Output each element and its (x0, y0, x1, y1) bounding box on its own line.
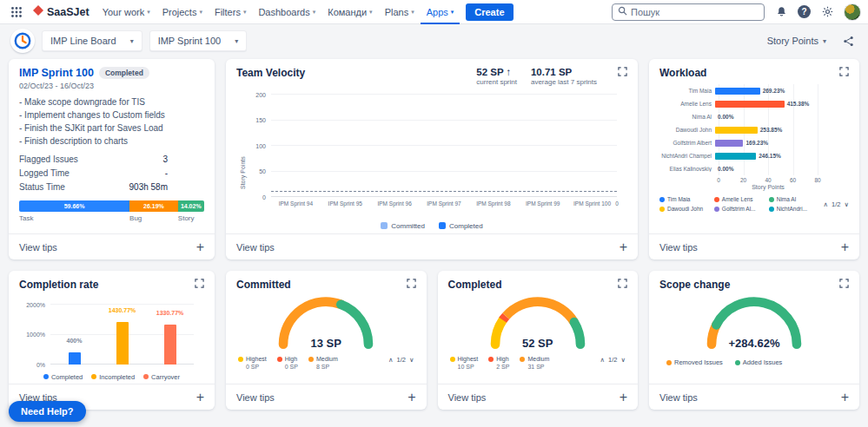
expand-icon[interactable] (618, 67, 627, 78)
add-icon[interactable]: + (841, 240, 849, 254)
pager-up-icon[interactable]: ∧ (600, 356, 606, 364)
view-tips-link[interactable]: View tips (448, 392, 487, 403)
workload-bar[interactable] (715, 140, 743, 147)
pager-up-icon[interactable]: ∧ (824, 200, 829, 208)
distribution-label: Task (19, 214, 33, 222)
pager-up-icon[interactable]: ∧ (388, 356, 394, 364)
help-icon[interactable]: ? (798, 5, 811, 18)
legend-name: Medium (316, 356, 338, 362)
chart-legend: CompletedIncompletedCarryover (19, 370, 204, 384)
nav-item-[interactable]: Команди▾ (321, 0, 378, 24)
distribution-segment-bug[interactable]: 26.19% (129, 200, 178, 212)
distribution-segment-task[interactable]: 59.66% (19, 200, 129, 212)
legend-dot (659, 197, 665, 202)
nav-item-dashboards[interactable]: Dashboards▾ (252, 0, 321, 24)
view-tips-link[interactable]: View tips (236, 392, 275, 403)
expand-icon[interactable] (618, 279, 627, 290)
chevron-down-icon: ▾ (235, 37, 238, 45)
carryover-bar[interactable] (164, 325, 176, 365)
add-icon[interactable]: + (196, 391, 204, 404)
legend-dot (143, 374, 149, 379)
gridline: 200 (271, 94, 617, 95)
sprint-dates: 02/Oct/23 - 16/Oct/23 (19, 82, 204, 90)
stat-label: Logged Time (19, 167, 70, 181)
add-icon[interactable]: + (841, 391, 849, 404)
search-box[interactable] (612, 3, 765, 21)
view-tips-link[interactable]: View tips (19, 242, 57, 253)
chevron-down-icon: ▾ (369, 9, 373, 16)
share-icon[interactable] (838, 31, 858, 50)
pager-down-icon[interactable]: ∨ (621, 356, 626, 364)
add-icon[interactable]: + (620, 240, 627, 254)
need-help-button[interactable]: Need Help? (9, 401, 86, 422)
legend-name: Highest (246, 356, 267, 362)
legend-swatch (381, 222, 388, 229)
x-tick-label: IPM Sprint 96 (377, 200, 411, 207)
chevron-down-icon: ▾ (243, 9, 247, 16)
workload-bar[interactable] (715, 127, 758, 134)
legend-item: Amelie Lens (714, 196, 764, 202)
board-select[interactable]: IMP Line Board▾ (42, 30, 142, 51)
nav-item-label: Projects (162, 7, 197, 17)
user-avatar[interactable] (844, 3, 861, 21)
search-input[interactable] (631, 7, 759, 17)
app-logo[interactable]: SaaSJet (28, 5, 95, 18)
stat-label: Status Time (19, 181, 65, 194)
add-icon[interactable]: + (407, 391, 415, 404)
create-button[interactable]: Create (466, 3, 513, 21)
legend-pager: ∧1/2∨ (824, 200, 849, 208)
assignee-name: Elias Kalinovskiy (659, 166, 715, 172)
nav-item-label: Apps (427, 7, 448, 17)
pager-down-icon[interactable]: ∨ (845, 200, 850, 208)
expand-icon[interactable] (839, 67, 849, 78)
settings-gear-icon[interactable] (818, 3, 837, 22)
view-tips-link[interactable]: View tips (659, 392, 698, 403)
issue-distribution-bar: 59.66%26.19%14.02% (19, 200, 204, 212)
sprint-select[interactable]: IMP Sprint 100▾ (149, 30, 248, 51)
bar-track: 0.00% (715, 166, 818, 173)
legend-pager: ∧1/2∨ (600, 356, 626, 364)
app-switcher-icon[interactable] (7, 3, 26, 22)
view-tips-link[interactable]: View tips (236, 242, 275, 253)
notifications-bell-icon[interactable] (772, 3, 791, 22)
nav-item-filters[interactable]: Filters▾ (209, 0, 252, 24)
workload-bar[interactable] (715, 101, 785, 108)
legend-completed: Completed (439, 222, 483, 230)
distribution-segment-story[interactable]: 14.02% (178, 200, 204, 212)
x-tick-label: IPM Sprint 97 (427, 200, 461, 207)
metric-select[interactable]: Story Points▾ (767, 36, 826, 46)
nav-item-label: Dashboards (258, 7, 309, 17)
assignee-name: Tim Maia (659, 88, 715, 94)
legend-item: Highest10 SP (450, 356, 479, 370)
nav-item-label: Команди (328, 7, 367, 17)
legend-value: 10 SP (450, 364, 479, 370)
completed-bar[interactable] (69, 352, 81, 365)
legend-dot (488, 357, 494, 362)
view-tips-link[interactable]: View tips (659, 242, 698, 253)
expand-icon[interactable] (407, 279, 416, 290)
scope-change-gauge: +284.62% (659, 292, 849, 351)
add-icon[interactable]: + (196, 240, 204, 254)
nav-item-your-work[interactable]: Your work▾ (96, 0, 156, 24)
chart-legend: CommittedCompleted (236, 218, 627, 233)
legend-item: Medium8 SP (308, 356, 338, 370)
workload-value: 169.23% (745, 140, 768, 147)
nav-item-plans[interactable]: Plans▾ (379, 0, 421, 24)
committed-card: Committed 13 SP Highest0 SPHigh0 SPMediu… (226, 271, 427, 410)
add-icon[interactable]: + (620, 391, 627, 404)
workload-bar[interactable] (715, 88, 760, 95)
nav-item-label: Plans (385, 7, 409, 17)
y-axis-label: Story Points (240, 156, 246, 189)
nav-item-projects[interactable]: Projects▾ (156, 0, 209, 24)
legend-item: Medium31 SP (520, 356, 549, 370)
y-tick-label: 150 (255, 117, 271, 123)
incompleted-bar[interactable] (116, 322, 129, 365)
bar-track: 0.00% (715, 114, 818, 121)
pager-down-icon[interactable]: ∨ (409, 356, 414, 364)
expand-icon[interactable] (195, 279, 204, 290)
expand-icon[interactable] (839, 279, 849, 290)
workload-value: 0.00% (718, 166, 733, 173)
nav-item-apps[interactable]: Apps▾ (421, 0, 461, 24)
workload-bar[interactable] (715, 153, 756, 160)
legend-dot (659, 207, 665, 212)
